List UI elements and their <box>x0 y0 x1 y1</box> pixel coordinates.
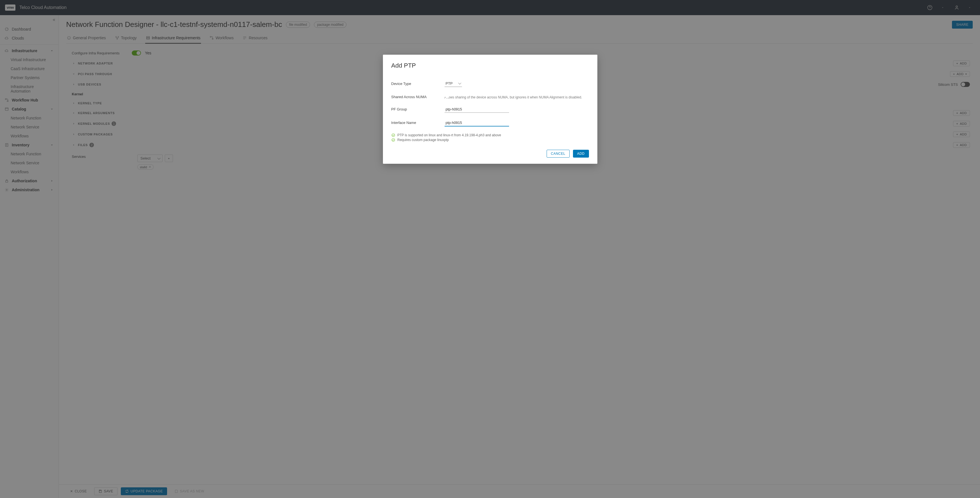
shared-numa-label: Shared Across NUMA <box>391 94 445 99</box>
shared-numa-help: Allows sharing of the device across NUMA… <box>445 95 589 99</box>
check-circle-icon <box>391 138 395 142</box>
interface-name-label: Interface Name <box>391 119 445 125</box>
pf-group-input[interactable] <box>445 106 509 113</box>
device-type-select[interactable]: PTP <box>445 81 462 87</box>
interface-name-input[interactable] <box>445 119 509 126</box>
check-circle-icon <box>391 133 395 137</box>
modal-cancel-button[interactable]: CANCEL <box>547 150 570 158</box>
modal-note-2: Requires custom package linuxptp <box>391 138 589 142</box>
modal-note-1: PTP is supported on linux and linux-rt f… <box>391 133 589 137</box>
pf-group-label: PF Group <box>391 106 445 111</box>
svg-point-18 <box>391 134 395 137</box>
modal-add-button[interactable]: ADD <box>573 150 589 158</box>
add-ptp-modal: Add PTP Device Type PTP Shared Across NU… <box>383 55 597 164</box>
modal-title: Add PTP <box>391 62 589 69</box>
modal-overlay[interactable]: Add PTP Device Type PTP Shared Across NU… <box>0 0 980 498</box>
svg-point-19 <box>391 138 395 142</box>
device-type-label: Device Type <box>391 81 445 86</box>
